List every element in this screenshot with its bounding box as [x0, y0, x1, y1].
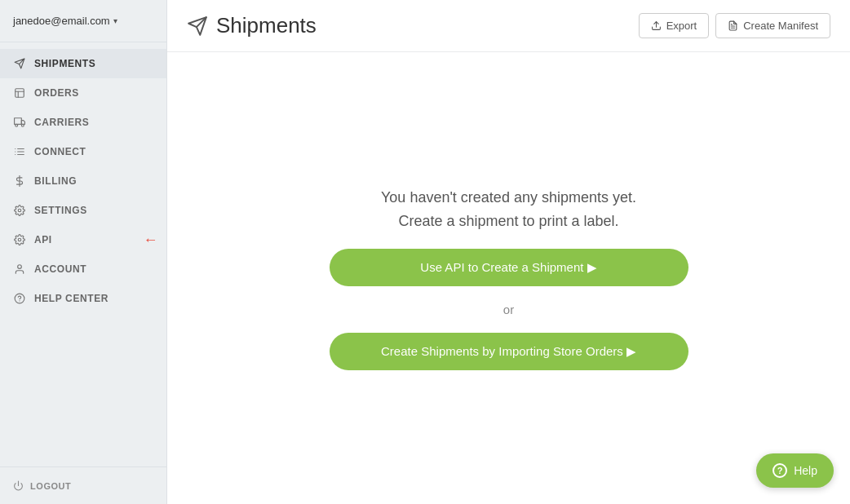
sidebar-nav: SHIPMENTS ORDERS CARRIERS: [0, 42, 166, 466]
sidebar-item-connect[interactable]: CONNECT: [0, 137, 166, 166]
sidebar-item-label: API: [34, 234, 52, 245]
manifest-icon: [728, 20, 738, 31]
orders-icon: [13, 86, 26, 99]
user-email-text: janedoe@email.com: [13, 15, 110, 27]
svg-point-16: [18, 209, 21, 212]
svg-rect-5: [15, 118, 22, 125]
help-fab-icon: ?: [773, 463, 787, 478]
page-title-text: Shipments: [216, 13, 317, 38]
sidebar-item-label: ORDERS: [34, 87, 79, 99]
main-area: Shipments Export Create Manifest You hav…: [167, 0, 850, 504]
dollar-icon: [13, 175, 26, 188]
page-title: Shipments: [187, 13, 317, 38]
svg-marker-6: [21, 121, 24, 125]
power-icon: [13, 480, 24, 491]
svg-point-17: [18, 238, 21, 241]
sidebar-item-label: HELP CENTER: [34, 293, 108, 304]
sidebar-item-label: CARRIERS: [34, 117, 89, 128]
logout-button[interactable]: LOGOUT: [13, 480, 153, 491]
sidebar-item-billing[interactable]: BILLING: [0, 166, 166, 196]
person-icon: [13, 263, 26, 276]
main-content: You haven't created any shipments yet. C…: [167, 52, 850, 504]
svg-rect-2: [15, 89, 24, 98]
truck-icon: [13, 116, 26, 129]
user-email[interactable]: janedoe@email.com ▾: [0, 0, 166, 42]
export-label: Export: [666, 20, 697, 32]
api-create-shipment-button[interactable]: Use API to Create a Shipment ▶: [330, 249, 688, 286]
help-circle-icon: [13, 292, 26, 305]
arrow-indicator: ←: [143, 232, 158, 249]
empty-state-text: You haven't created any shipments yet. C…: [381, 186, 636, 233]
send-icon: [13, 57, 26, 70]
sidebar-item-orders[interactable]: ORDERS: [0, 78, 166, 108]
chevron-down-icon: ▾: [113, 16, 117, 25]
gear-icon: [13, 204, 26, 217]
sidebar-footer: LOGOUT: [0, 466, 166, 504]
connect-icon: [13, 145, 26, 158]
help-fab-label: Help: [794, 464, 817, 477]
header-actions: Export Create Manifest: [639, 13, 830, 38]
sidebar-item-label: CONNECT: [34, 146, 86, 157]
svg-point-7: [15, 124, 18, 126]
sidebar-item-label: SETTINGS: [34, 205, 87, 216]
sidebar-item-label: SHIPMENTS: [34, 58, 95, 69]
or-separator: or: [503, 303, 514, 316]
sidebar-item-label: ACCOUNT: [34, 263, 86, 275]
api-button-label: Use API to Create a Shipment ▶: [420, 260, 596, 275]
api-icon: [13, 233, 26, 246]
sidebar-item-help-center[interactable]: HELP CENTER: [0, 284, 166, 313]
help-fab-button[interactable]: ? Help: [756, 453, 834, 488]
sidebar: janedoe@email.com ▾ SHIPMENTS ORDERS: [0, 0, 167, 504]
manifest-label: Create Manifest: [743, 20, 818, 32]
main-header: Shipments Export Create Manifest: [167, 0, 850, 52]
import-store-orders-button[interactable]: Create Shipments by Importing Store Orde…: [330, 333, 688, 370]
empty-line-2: Create a shipment to print a label.: [381, 210, 636, 233]
sidebar-item-api[interactable]: API ←: [0, 225, 166, 254]
svg-point-8: [21, 124, 24, 126]
empty-line-1: You haven't created any shipments yet.: [381, 186, 636, 210]
create-manifest-button[interactable]: Create Manifest: [715, 13, 830, 38]
sidebar-item-carriers[interactable]: CARRIERS: [0, 108, 166, 137]
sidebar-item-label: BILLING: [34, 175, 77, 187]
sidebar-item-settings[interactable]: SETTINGS: [0, 196, 166, 225]
import-button-label: Create Shipments by Importing Store Orde…: [381, 344, 636, 359]
sidebar-item-account[interactable]: ACCOUNT: [0, 254, 166, 284]
logout-label: LOGOUT: [30, 481, 71, 491]
export-button[interactable]: Export: [639, 13, 710, 38]
sidebar-item-shipments[interactable]: SHIPMENTS: [0, 49, 166, 78]
export-icon: [651, 20, 662, 31]
shipments-title-icon: [187, 15, 208, 37]
svg-point-18: [18, 265, 22, 269]
